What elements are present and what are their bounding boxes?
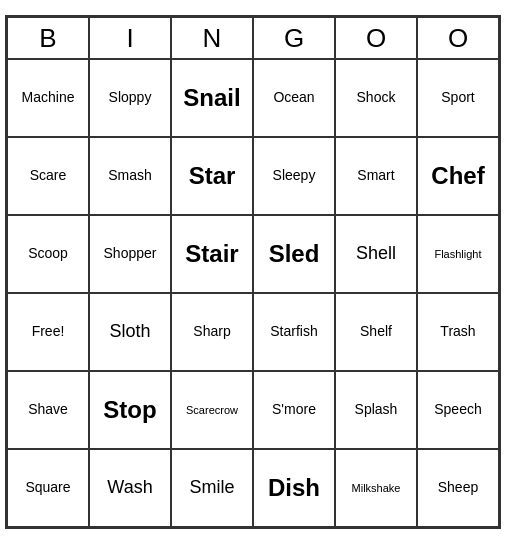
grid-row-5: SquareWashSmileDishMilkshakeSheep bbox=[7, 449, 499, 527]
grid-row-3: Free!SlothSharpStarfishShelfTrash bbox=[7, 293, 499, 371]
cell-5-3: Dish bbox=[253, 449, 335, 527]
cell-4-0: Shave bbox=[7, 371, 89, 449]
cell-1-5: Chef bbox=[417, 137, 499, 215]
grid-row-1: ScareSmashStarSleepySmartChef bbox=[7, 137, 499, 215]
cell-3-3: Starfish bbox=[253, 293, 335, 371]
cell-3-5: Trash bbox=[417, 293, 499, 371]
grid-row-0: MachineSloppySnailOceanShockSport bbox=[7, 59, 499, 137]
grid-row-2: ScoopShopperStairSledShellFlashlight bbox=[7, 215, 499, 293]
header-cell-O: O bbox=[335, 17, 417, 59]
header-row: BINGOO bbox=[7, 17, 499, 59]
cell-4-4: Splash bbox=[335, 371, 417, 449]
cell-3-2: Sharp bbox=[171, 293, 253, 371]
cell-2-4: Shell bbox=[335, 215, 417, 293]
cell-1-4: Smart bbox=[335, 137, 417, 215]
cell-4-5: Speech bbox=[417, 371, 499, 449]
cell-3-0: Free! bbox=[7, 293, 89, 371]
cell-1-1: Smash bbox=[89, 137, 171, 215]
cell-2-2: Stair bbox=[171, 215, 253, 293]
bingo-grid: MachineSloppySnailOceanShockSportScareSm… bbox=[7, 59, 499, 527]
cell-5-1: Wash bbox=[89, 449, 171, 527]
cell-2-5: Flashlight bbox=[417, 215, 499, 293]
bingo-card: BINGOO MachineSloppySnailOceanShockSport… bbox=[5, 15, 501, 529]
cell-2-0: Scoop bbox=[7, 215, 89, 293]
header-cell-O: O bbox=[417, 17, 499, 59]
header-cell-N: N bbox=[171, 17, 253, 59]
header-cell-G: G bbox=[253, 17, 335, 59]
cell-4-2: Scarecrow bbox=[171, 371, 253, 449]
cell-4-1: Stop bbox=[89, 371, 171, 449]
cell-4-3: S'more bbox=[253, 371, 335, 449]
cell-3-1: Sloth bbox=[89, 293, 171, 371]
cell-0-0: Machine bbox=[7, 59, 89, 137]
cell-1-0: Scare bbox=[7, 137, 89, 215]
cell-1-2: Star bbox=[171, 137, 253, 215]
cell-5-0: Square bbox=[7, 449, 89, 527]
cell-2-1: Shopper bbox=[89, 215, 171, 293]
cell-0-5: Sport bbox=[417, 59, 499, 137]
cell-0-2: Snail bbox=[171, 59, 253, 137]
header-cell-I: I bbox=[89, 17, 171, 59]
header-cell-B: B bbox=[7, 17, 89, 59]
cell-0-1: Sloppy bbox=[89, 59, 171, 137]
cell-0-3: Ocean bbox=[253, 59, 335, 137]
cell-0-4: Shock bbox=[335, 59, 417, 137]
cell-5-4: Milkshake bbox=[335, 449, 417, 527]
cell-5-5: Sheep bbox=[417, 449, 499, 527]
grid-row-4: ShaveStopScarecrowS'moreSplashSpeech bbox=[7, 371, 499, 449]
cell-1-3: Sleepy bbox=[253, 137, 335, 215]
cell-3-4: Shelf bbox=[335, 293, 417, 371]
cell-5-2: Smile bbox=[171, 449, 253, 527]
cell-2-3: Sled bbox=[253, 215, 335, 293]
